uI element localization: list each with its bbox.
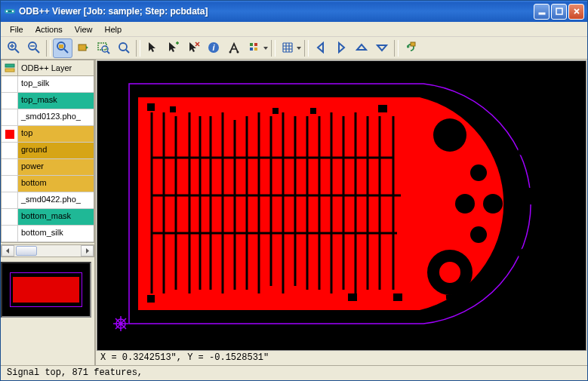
svg-rect-24 [5, 69, 14, 72]
layers-header-icon[interactable] [2, 60, 18, 75]
grid-button[interactable] [278, 38, 297, 58]
svg-rect-38 [378, 105, 387, 112]
arrow-up-button[interactable] [352, 38, 371, 58]
toolbar-separator [136, 40, 140, 57]
svg-rect-9 [59, 45, 63, 48]
scroll-thumb[interactable] [16, 246, 37, 256]
svg-point-12 [102, 46, 108, 52]
layer-row[interactable]: top [2, 126, 94, 143]
zoom-out-icon [27, 41, 41, 56]
layer-name: top_mask [18, 93, 94, 109]
layer-name: ground [18, 143, 94, 158]
pointer-add-icon [166, 41, 180, 56]
layers-hscroll[interactable] [1, 244, 94, 257]
arrow-down-button[interactable] [372, 38, 392, 58]
layer-swatch[interactable] [2, 226, 18, 241]
layer-row[interactable]: bottom_silk [2, 226, 94, 242]
svg-rect-39 [393, 293, 402, 301]
pcb-drawing [122, 75, 552, 331]
arrow-down-icon [375, 41, 389, 56]
info-button[interactable]: i [204, 38, 223, 58]
zoom-area-icon [97, 41, 110, 56]
origin-marker-icon [112, 315, 129, 332]
zoom-in-button[interactable] [4, 38, 23, 58]
scroll-track[interactable] [14, 245, 81, 257]
layer-swatch[interactable] [2, 192, 18, 208]
minimize-button[interactable] [534, 4, 550, 20]
toolbar-separator [304, 40, 309, 57]
app-icon [4, 5, 16, 17]
menu-file[interactable]: File [4, 23, 29, 35]
pointer-add-button[interactable] [163, 38, 183, 58]
pointer-button[interactable] [143, 38, 162, 58]
pcb-canvas[interactable] [97, 60, 586, 351]
layer-swatch[interactable] [2, 159, 18, 175]
svg-rect-35 [170, 106, 176, 112]
toolbar: i [1, 37, 587, 60]
layer-row[interactable]: _smd0123.pho_ [2, 109, 94, 126]
toolbar-separator [394, 40, 399, 57]
pointer-icon [146, 41, 159, 56]
zoom-fit-icon [117, 41, 131, 56]
layer-swatch[interactable] [2, 143, 18, 158]
svg-rect-10 [79, 45, 86, 51]
zoom-area-button[interactable] [94, 38, 113, 58]
arrow-left-icon [314, 41, 328, 56]
layer-row[interactable]: top_silk [2, 76, 94, 93]
menu-help[interactable]: Help [98, 23, 128, 35]
scroll-left-icon[interactable] [2, 245, 14, 257]
layers-header-label[interactable]: ODB++ Layer [18, 63, 94, 72]
layer-swatch[interactable] [2, 209, 18, 225]
layer-name: bottom_mask [18, 209, 94, 225]
svg-rect-40 [272, 108, 279, 114]
layer-row[interactable]: bottom_mask [2, 209, 94, 226]
menu-actions[interactable]: Actions [29, 23, 69, 35]
layer-row[interactable]: bottom [2, 176, 94, 192]
layer-row[interactable]: ground [2, 143, 94, 159]
layer-row[interactable]: top_mask [2, 93, 94, 109]
info-icon: i [207, 41, 220, 56]
scroll-right-icon[interactable] [81, 245, 94, 257]
svg-rect-18 [250, 43, 253, 46]
minimap[interactable] [1, 262, 91, 318]
svg-point-16 [229, 51, 232, 53]
status-bar: Signal top, 871 features, [1, 365, 587, 380]
maximize-button[interactable] [551, 4, 567, 20]
layers-list: top_silktop_mask_smd0123.pho_topgroundpo… [1, 76, 94, 243]
layers-sidebar: ODB++ Layer top_silktop_mask_smd0123.pho… [1, 60, 96, 365]
pointer-cross-button[interactable] [183, 38, 203, 58]
layer-row[interactable]: _smd0422.pho_ [2, 192, 94, 209]
svg-rect-32 [524, 187, 537, 204]
layer-name: _smd0422.pho_ [18, 192, 94, 208]
layer-swatch[interactable] [2, 76, 18, 92]
svg-rect-22 [411, 42, 415, 46]
layer-swatch[interactable] [2, 109, 18, 125]
layer-row[interactable]: power [2, 159, 94, 176]
pan-button[interactable] [73, 38, 93, 58]
svg-rect-37 [348, 293, 357, 301]
svg-point-2 [12, 11, 14, 12]
menu-view[interactable]: View [69, 23, 99, 35]
zoom-out-button[interactable] [24, 38, 44, 58]
arrow-left-button[interactable] [311, 38, 331, 58]
zoom-home-button[interactable] [53, 38, 72, 58]
layer-swatch[interactable] [2, 93, 18, 109]
layer-name: bottom [18, 176, 94, 192]
arrow-right-button[interactable] [331, 38, 351, 58]
svg-point-25 [433, 118, 466, 152]
measure-button[interactable] [224, 38, 244, 58]
layer-swatch[interactable] [2, 126, 18, 142]
layer-swatch[interactable] [2, 176, 18, 192]
arrow-up-icon [355, 41, 368, 56]
pan-icon [76, 41, 90, 56]
menubar: File Actions View Help [1, 22, 587, 37]
settings-button[interactable] [245, 38, 264, 58]
svg-rect-36 [147, 295, 155, 303]
svg-rect-20 [250, 48, 253, 51]
svg-rect-21 [254, 48, 257, 51]
svg-point-29 [470, 164, 487, 181]
grid-icon [281, 41, 294, 56]
close-button[interactable] [568, 4, 584, 20]
zoom-fit-button[interactable] [114, 38, 134, 58]
redraw-button[interactable] [401, 38, 420, 58]
